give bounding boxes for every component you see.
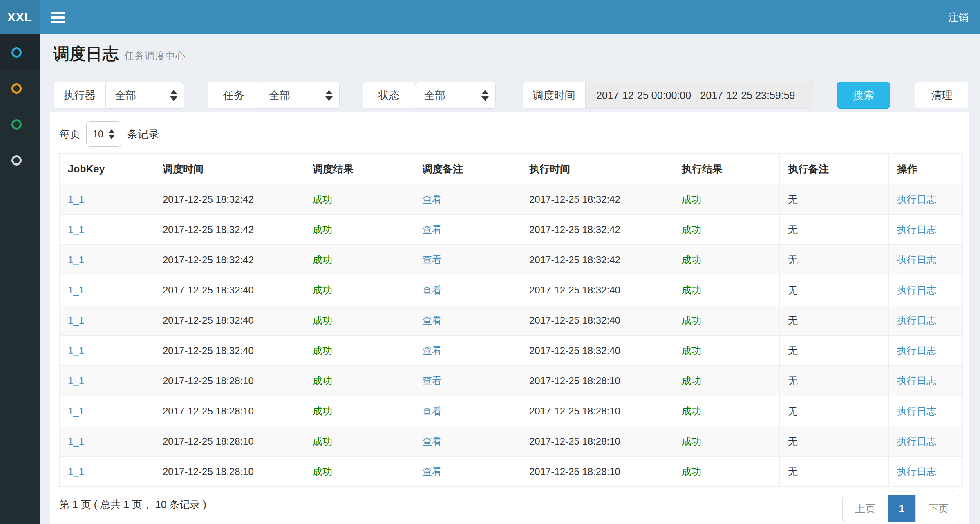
app-logo[interactable]: XXL [0,0,40,34]
handle-time: 2017-12-25 18:32:40 [529,315,620,326]
trigger-msg-link[interactable]: 查看 [422,405,442,417]
table-header-row: JobKey 调度时间 调度结果 调度备注 执行时间 执行结果 执行备注 操作 [60,154,963,184]
job-filter-group: 任务 全部 [208,82,340,109]
col-handle-msg: 执行备注 [780,154,889,184]
prev-page-button[interactable]: 上页 [843,495,888,522]
jobkey-link[interactable]: 1_1 [68,315,84,326]
jobkey-link[interactable]: 1_1 [68,345,84,356]
status-select-value: 全部 [424,88,445,103]
exec-log-link[interactable]: 执行日志 [897,436,936,447]
handle-time: 2017-12-25 18:28:10 [529,405,620,417]
trigger-msg-link[interactable]: 查看 [422,345,442,356]
table-row: 1_12017-12-25 18:32:42成功查看2017-12-25 18:… [60,184,963,215]
exec-log-link[interactable]: 执行日志 [897,315,936,326]
table-row: 1_12017-12-25 18:28:10成功查看2017-12-25 18:… [60,396,963,426]
trigger-msg-link[interactable]: 查看 [422,194,442,205]
handle-time: 2017-12-25 18:32:40 [529,284,620,296]
exec-log-link[interactable]: 执行日志 [897,194,936,205]
trigger-result: 成功 [313,224,332,235]
jobkey-link[interactable]: 1_1 [68,375,84,386]
status-select[interactable]: 全部 [415,82,496,109]
dispatch-log-table: JobKey 调度时间 调度结果 调度备注 执行时间 执行结果 执行备注 操作 … [59,153,963,487]
jobkey-link[interactable]: 1_1 [68,284,84,296]
circle-icon [11,47,22,58]
jobkey-link[interactable]: 1_1 [68,405,84,417]
status-filter-group: 状态 全部 [363,82,496,109]
col-action: 操作 [889,154,963,184]
table-row: 1_12017-12-25 18:32:40成功查看2017-12-25 18:… [60,275,963,305]
circle-icon [11,155,22,166]
trigger-time: 2017-12-25 18:28:10 [163,375,254,386]
logout-link[interactable]: 注销 [948,0,969,34]
job-filter-label: 任务 [208,82,260,109]
table-row: 1_12017-12-25 18:28:10成功查看2017-12-25 18:… [60,366,963,396]
jobkey-link[interactable]: 1_1 [68,466,84,477]
trigger-msg-link[interactable]: 查看 [422,254,442,265]
handle-time: 2017-12-25 18:28:10 [529,436,620,447]
search-button[interactable]: 搜索 [837,82,890,109]
log-panel: 每页 10 条记录 JobKey 调度时间 调度结果 调度备注 执行时间 执行结… [50,112,969,524]
page-title: 调度日志 [53,43,119,65]
col-jobkey: JobKey [60,154,154,184]
trigger-time: 2017-12-25 18:32:42 [163,254,254,265]
handle-result: 成功 [682,224,701,235]
job-select[interactable]: 全部 [260,82,340,109]
handle-time: 2017-12-25 18:28:10 [529,375,620,386]
col-trigger-msg: 调度备注 [414,154,521,184]
select-arrows-icon [170,90,177,101]
exec-log-link[interactable]: 执行日志 [897,345,936,356]
handle-result: 成功 [682,254,701,265]
clear-button[interactable]: 清理 [915,82,969,109]
trigger-result: 成功 [313,405,332,417]
exec-log-link[interactable]: 执行日志 [897,284,936,296]
table-row: 1_12017-12-25 18:32:42成功查看2017-12-25 18:… [60,215,963,245]
trigger-result: 成功 [313,254,332,265]
trigger-msg-link[interactable]: 查看 [422,466,442,477]
exec-log-link[interactable]: 执行日志 [897,375,936,386]
current-page-button[interactable]: 1 [888,495,915,522]
jobkey-link[interactable]: 1_1 [68,224,84,235]
exec-log-link[interactable]: 执行日志 [897,254,936,265]
trigger-msg-link[interactable]: 查看 [422,224,442,235]
trigger-msg-link[interactable]: 查看 [422,284,442,296]
handle-msg: 无 [788,345,798,356]
handle-msg: 无 [788,375,798,386]
handle-time: 2017-12-25 18:32:42 [529,194,620,205]
next-page-button[interactable]: 下页 [915,495,961,522]
jobkey-link[interactable]: 1_1 [68,436,84,447]
pagination: 上页 1 下页 [842,495,961,522]
table-row: 1_12017-12-25 18:32:40成功查看2017-12-25 18:… [60,305,963,336]
handle-result: 成功 [682,345,701,356]
handle-time: 2017-12-25 18:32:42 [529,224,620,235]
exec-log-link[interactable]: 执行日志 [897,224,936,235]
page-header: 调度日志 任务调度中心 [53,43,186,65]
sidebar-item-3[interactable] [0,106,40,142]
handle-msg: 无 [788,224,798,235]
page-size-suffix: 条记录 [127,127,159,141]
handle-result: 成功 [682,375,701,386]
sidebar-toggle-icon[interactable] [51,12,65,25]
executor-select[interactable]: 全部 [105,82,184,109]
jobkey-link[interactable]: 1_1 [68,254,84,265]
trigger-time-range-input[interactable]: 2017-12-25 00:00:00 - 2017-12-25 23:59:5… [585,82,813,109]
handle-result: 成功 [682,315,701,326]
handle-msg: 无 [788,194,798,205]
trigger-time: 2017-12-25 18:32:40 [163,284,254,296]
trigger-msg-link[interactable]: 查看 [422,436,442,447]
sidebar-item-1[interactable] [0,34,40,70]
handle-msg: 无 [788,315,798,326]
exec-log-link[interactable]: 执行日志 [897,405,936,417]
col-trigger-result: 调度结果 [304,154,414,184]
handle-result: 成功 [682,284,701,296]
jobkey-link[interactable]: 1_1 [68,194,84,205]
trigger-time-filter-label: 调度时间 [522,82,585,109]
trigger-time: 2017-12-25 18:32:40 [163,345,254,356]
sidebar-item-2[interactable] [0,70,40,106]
trigger-time: 2017-12-25 18:28:10 [163,405,254,417]
trigger-msg-link[interactable]: 查看 [422,315,442,326]
exec-log-link[interactable]: 执行日志 [897,466,936,477]
page-size-select[interactable]: 10 [86,121,121,147]
trigger-msg-link[interactable]: 查看 [422,375,442,386]
sidebar-item-4[interactable] [0,142,40,178]
executor-select-value: 全部 [115,88,136,103]
